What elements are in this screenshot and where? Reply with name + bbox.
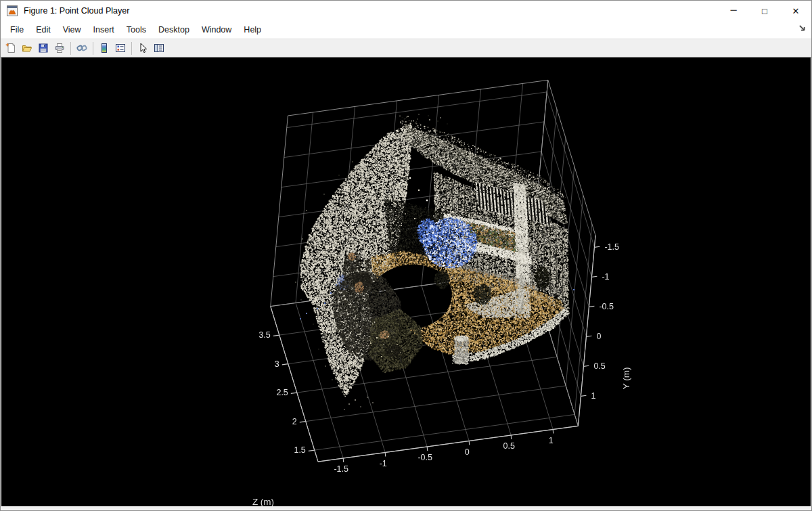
plot-browser-button[interactable]: [151, 41, 167, 56]
toolbar-separator: [70, 42, 71, 55]
link-plot-button[interactable]: [74, 41, 90, 56]
figure-window: Figure 1: Point Cloud Player ─ □ ✕ File …: [0, 0, 812, 511]
save-floppy-icon: [38, 43, 49, 53]
close-button[interactable]: ✕: [780, 1, 811, 21]
titlebar[interactable]: Figure 1: Point Cloud Player ─ □ ✕: [1, 1, 811, 21]
plot-area: X (m) Y (m) Z (m): [1, 58, 811, 506]
save-figure-button[interactable]: [35, 41, 51, 56]
menu-desktop[interactable]: Desktop: [152, 22, 196, 37]
menu-window[interactable]: Window: [196, 22, 238, 37]
menu-edit[interactable]: Edit: [30, 22, 57, 37]
plot-browser-icon: [154, 43, 164, 53]
print-figure-button[interactable]: [51, 41, 68, 56]
legend-icon: [115, 43, 126, 53]
new-figure-button[interactable]: [3, 41, 19, 56]
new-figure-icon: [5, 43, 16, 53]
point-cloud-viewport[interactable]: [1, 58, 811, 506]
figure-toolbar: [1, 39, 811, 58]
menu-view[interactable]: View: [57, 22, 87, 37]
dock-figure-icon[interactable]: [798, 24, 807, 32]
insert-legend-button[interactable]: [112, 41, 129, 56]
arrow-pointer-icon: [137, 43, 148, 53]
menu-insert[interactable]: Insert: [87, 22, 120, 37]
matlab-figure-icon: [7, 5, 18, 16]
link-chain-icon: [76, 43, 87, 53]
window-resize-strip: [1, 506, 811, 510]
printer-icon: [54, 43, 65, 53]
menubar: File Edit View Insert Tools Desktop Wind…: [1, 21, 811, 39]
maximize-button[interactable]: □: [749, 1, 780, 21]
open-file-button[interactable]: [19, 41, 35, 56]
toolbar-separator: [93, 42, 93, 55]
minimize-button[interactable]: ─: [718, 1, 749, 21]
insert-colorbar-button[interactable]: [96, 41, 112, 56]
menu-file[interactable]: File: [4, 22, 30, 37]
toolbar-separator: [131, 42, 132, 55]
open-folder-icon: [22, 43, 32, 53]
menu-help[interactable]: Help: [238, 22, 267, 37]
menu-tools[interactable]: Tools: [120, 22, 152, 37]
colorbar-icon: [99, 43, 110, 53]
window-title: Figure 1: Point Cloud Player: [24, 6, 129, 16]
edit-plot-button[interactable]: [135, 41, 151, 56]
window-controls: ─ □ ✕: [718, 1, 811, 21]
